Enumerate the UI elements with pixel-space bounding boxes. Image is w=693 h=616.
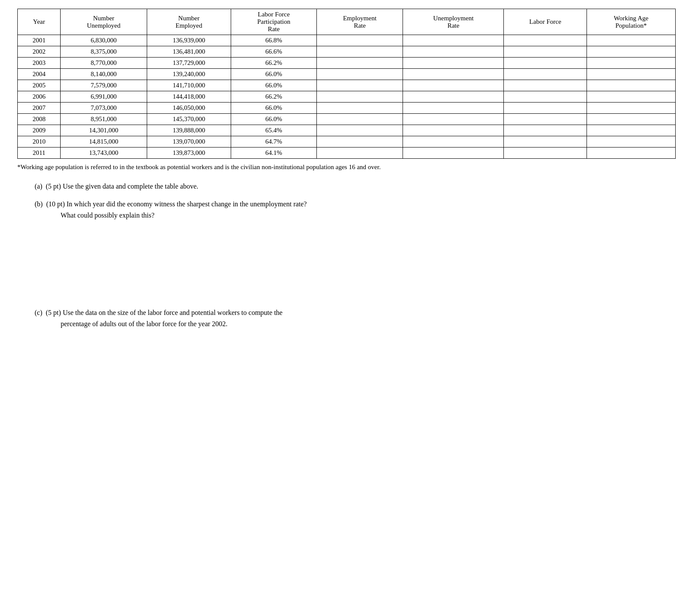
table-row: 20057,579,000141,710,00066.0% (18, 80, 676, 91)
questions-section: (a) (5 pt) Use the given data and comple… (17, 181, 676, 330)
cell-working-age-population (587, 148, 675, 159)
cell-labor-force (504, 46, 587, 58)
cell-working-age-population (587, 91, 675, 103)
cell-number-employed: 137,729,000 (147, 58, 231, 69)
cell-labor-force (504, 69, 587, 80)
cell-unemployment-rate (403, 148, 504, 159)
cell-year: 2006 (18, 91, 61, 103)
table-footnote: *Working age population is referred to i… (17, 162, 676, 172)
cell-employment-rate (316, 148, 403, 159)
cell-unemployment-rate (403, 103, 504, 114)
cell-lfpr: 66.0% (231, 69, 317, 80)
cell-number-unemployed: 8,375,000 (61, 46, 147, 58)
table-row: 201113,743,000139,873,00064.1% (18, 148, 676, 159)
cell-number-unemployed: 14,815,000 (61, 136, 147, 148)
cell-number-employed: 144,418,000 (147, 91, 231, 103)
table-row: 20077,073,000146,050,00066.0% (18, 103, 676, 114)
cell-lfpr: 65.4% (231, 125, 317, 136)
cell-year: 2005 (18, 80, 61, 91)
cell-number-unemployed: 6,991,000 (61, 91, 147, 103)
cell-lfpr: 66.6% (231, 46, 317, 58)
cell-number-employed: 145,370,000 (147, 114, 231, 125)
cell-number-employed: 139,070,000 (147, 136, 231, 148)
question-c-points: (5 pt) (46, 309, 61, 316)
cell-lfpr: 66.8% (231, 35, 317, 46)
economics-table: Year NumberUnemployed NumberEmployed Lab… (17, 9, 676, 159)
cell-year: 2009 (18, 125, 61, 136)
cell-number-unemployed: 6,830,000 (61, 35, 147, 46)
cell-employment-rate (316, 136, 403, 148)
cell-working-age-population (587, 58, 675, 69)
cell-number-unemployed: 14,301,000 (61, 125, 147, 136)
question-b-label: (b) (35, 200, 46, 208)
header-number-employed: NumberEmployed (147, 9, 231, 35)
cell-number-unemployed: 7,073,000 (61, 103, 147, 114)
cell-labor-force (504, 148, 587, 159)
cell-labor-force (504, 125, 587, 136)
cell-labor-force (504, 136, 587, 148)
cell-unemployment-rate (403, 125, 504, 136)
cell-number-unemployed: 8,770,000 (61, 58, 147, 69)
cell-unemployment-rate (403, 35, 504, 46)
cell-unemployment-rate (403, 69, 504, 80)
question-a-text: Use the given data and complete the tabl… (63, 183, 198, 190)
cell-number-employed: 136,939,000 (147, 35, 231, 46)
cell-year: 2001 (18, 35, 61, 46)
cell-employment-rate (316, 125, 403, 136)
question-c: (c) (5 pt) Use the data on the size of t… (35, 307, 676, 329)
cell-year: 2010 (18, 136, 61, 148)
cell-labor-force (504, 35, 587, 46)
header-number-unemployed: NumberUnemployed (61, 9, 147, 35)
cell-employment-rate (316, 114, 403, 125)
cell-lfpr: 64.1% (231, 148, 317, 159)
question-b-text2: What could possibly explain this? (35, 210, 155, 221)
cell-employment-rate (316, 35, 403, 46)
cell-number-employed: 139,240,000 (147, 69, 231, 80)
table-row: 20038,770,000137,729,00066.2% (18, 58, 676, 69)
cell-number-employed: 141,710,000 (147, 80, 231, 91)
cell-year: 2002 (18, 46, 61, 58)
cell-lfpr: 64.7% (231, 136, 317, 148)
question-b-text: In which year did the economy witness th… (67, 200, 307, 208)
header-year: Year (18, 9, 61, 35)
table-row: 20066,991,000144,418,00066.2% (18, 91, 676, 103)
question-a-points: (5 pt) (46, 183, 61, 190)
cell-unemployment-rate (403, 58, 504, 69)
question-b: (b) (10 pt) In which year did the econom… (35, 199, 676, 221)
cell-unemployment-rate (403, 46, 504, 58)
cell-working-age-population (587, 35, 675, 46)
question-a-label: (a) (35, 183, 46, 190)
cell-unemployment-rate (403, 114, 504, 125)
header-employment-rate: EmploymentRate (316, 9, 403, 35)
cell-number-unemployed: 8,140,000 (61, 69, 147, 80)
cell-unemployment-rate (403, 91, 504, 103)
cell-employment-rate (316, 46, 403, 58)
cell-unemployment-rate (403, 136, 504, 148)
cell-employment-rate (316, 103, 403, 114)
cell-number-unemployed: 7,579,000 (61, 80, 147, 91)
cell-number-employed: 139,888,000 (147, 125, 231, 136)
cell-employment-rate (316, 69, 403, 80)
cell-working-age-population (587, 69, 675, 80)
table-row: 20028,375,000136,481,00066.6% (18, 46, 676, 58)
cell-working-age-population (587, 46, 675, 58)
header-lfpr: Labor ForceParticipationRate (231, 9, 317, 35)
question-c-label: (c) (35, 309, 46, 316)
cell-number-unemployed: 13,743,000 (61, 148, 147, 159)
cell-employment-rate (316, 91, 403, 103)
table-row: 20048,140,000139,240,00066.0% (18, 69, 676, 80)
cell-year: 2003 (18, 58, 61, 69)
cell-employment-rate (316, 58, 403, 69)
cell-lfpr: 66.0% (231, 114, 317, 125)
question-a: (a) (5 pt) Use the given data and comple… (35, 181, 676, 192)
question-c-text2: percentage of adults out of the labor fo… (35, 318, 228, 330)
header-working-age-population: Working AgePopulation* (587, 9, 675, 35)
cell-year: 2007 (18, 103, 61, 114)
cell-employment-rate (316, 80, 403, 91)
cell-lfpr: 66.2% (231, 91, 317, 103)
table-row: 201014,815,000139,070,00064.7% (18, 136, 676, 148)
question-b-points: (10 pt) (46, 200, 65, 208)
cell-lfpr: 66.2% (231, 58, 317, 69)
data-table-container: Year NumberUnemployed NumberEmployed Lab… (17, 9, 676, 159)
cell-year: 2008 (18, 114, 61, 125)
